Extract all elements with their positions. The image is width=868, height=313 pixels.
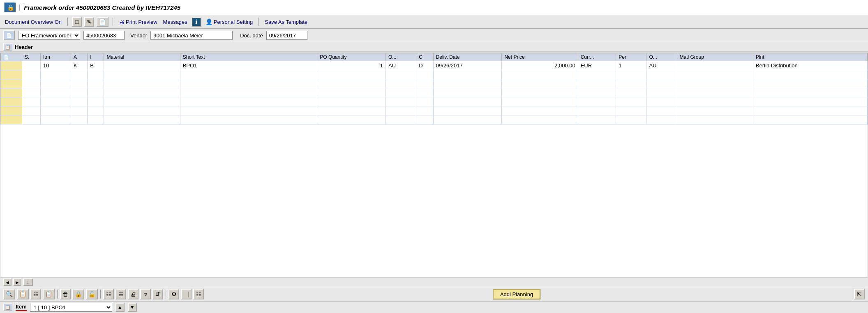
edit-btn[interactable]: ✎ <box>84 17 94 27</box>
toolbar-sep-3 <box>259 18 259 26</box>
table-row-empty <box>1 79 868 88</box>
col-plnt-header[interactable]: Plnt <box>753 53 867 61</box>
scroll-indicator: ↕ <box>23 278 33 286</box>
col-s-header[interactable]: S. <box>22 53 40 61</box>
col-matl-header[interactable]: Matl Group <box>677 53 753 61</box>
toolbar-sep-2 <box>113 18 113 26</box>
personal-setting-label: Personal Setting <box>214 19 253 25</box>
filter-btn[interactable]: ▿ <box>140 289 151 299</box>
cell-c: D <box>416 61 433 70</box>
items-table-container[interactable]: 📄 S. Itm A I Material Short Text PO Quan… <box>0 53 868 277</box>
col-po-qty-header[interactable]: PO Quantity <box>317 53 386 61</box>
list-icon: ☰ <box>118 291 124 297</box>
sort-icon: ⇵ <box>155 291 160 297</box>
expand-btn[interactable]: ⇱ <box>854 289 865 299</box>
col-a-header[interactable]: A <box>71 53 88 61</box>
col-net-price-header[interactable]: Net Price <box>502 53 578 61</box>
order-type-select[interactable]: FO Framework order <box>18 31 80 40</box>
unlock-btn[interactable]: 🔓 <box>86 289 98 299</box>
col-o2-header[interactable]: O... <box>646 53 677 61</box>
toolbar-sep-1 <box>67 18 68 26</box>
messages-btn[interactable]: Messages <box>162 18 189 26</box>
doc-date-input[interactable] <box>266 31 307 40</box>
delete-btn[interactable]: 🗑 <box>60 289 71 299</box>
search-btn[interactable]: 🔍 <box>3 289 15 299</box>
copy-btn[interactable]: 📋 <box>43 289 55 299</box>
navigate-icon: 📄 <box>99 19 106 25</box>
edit-icon: ✎ <box>87 19 92 25</box>
document-header-row: 📄 FO Framework order Vendor Doc. date <box>0 29 868 42</box>
col-short-text-header[interactable]: Short Text <box>180 53 317 61</box>
config-icon: ⚙ <box>171 291 177 297</box>
scroll-left-btn[interactable]: ◀ <box>3 278 12 286</box>
print-preview-btn[interactable]: 🖨 Print Preview <box>117 18 159 26</box>
copy-icon: 📋 <box>45 291 52 297</box>
print-btn-icon: 🖨 <box>130 291 136 297</box>
order-number-input[interactable] <box>83 31 125 40</box>
detail-icon: 📋 <box>19 291 26 297</box>
item-select[interactable]: 1 [ 10 ] BPO1 <box>30 303 112 312</box>
cell-itm: 10 <box>40 61 71 70</box>
navigate-btn[interactable]: 📄 <box>97 17 108 27</box>
filter-icon: ▿ <box>144 291 147 297</box>
header-section-label: Header <box>15 44 33 50</box>
cell-deliv: 09/26/2017 <box>433 61 502 70</box>
addl-planning-btn[interactable]: Addl Planning <box>493 289 540 299</box>
print-btn[interactable]: 🖨 <box>128 289 139 299</box>
save-as-template-btn[interactable]: Save As Template <box>263 18 309 26</box>
columns-btn[interactable]: ⎹ <box>181 289 192 299</box>
personal-setting-btn[interactable]: 👤 Personal Setting <box>204 18 254 26</box>
export-btn[interactable]: ☷ <box>193 289 204 299</box>
doc-type-glyph: 📄 <box>6 32 12 38</box>
header-toggle-icon[interactable]: 📋 <box>3 43 12 51</box>
col-deliv-header[interactable]: Deliv. Date <box>433 53 502 61</box>
detail-btn[interactable]: 📋 <box>17 289 29 299</box>
table-row[interactable]: 10 K B BPO1 1 AU D 09/26/2017 2,000.00 E… <box>1 61 868 70</box>
btn-sep-3 <box>166 290 166 299</box>
vendor-input[interactable] <box>150 31 233 40</box>
cell-curr: EUR <box>578 61 616 70</box>
lock-icon: 🔒 <box>75 291 82 297</box>
cell-i: B <box>88 61 104 70</box>
btn-sep-1 <box>57 290 58 299</box>
columns-icon: ⎹ <box>184 291 189 297</box>
col-curr-header[interactable]: Curr... <box>578 53 616 61</box>
item-section-icon[interactable]: 📋 <box>3 304 12 311</box>
unlock-icon: 🔓 <box>88 291 95 297</box>
item-nav-down-btn[interactable]: ▼ <box>128 303 137 312</box>
col-c-header[interactable]: C <box>416 53 433 61</box>
info-btn[interactable]: ℹ <box>192 17 201 27</box>
cell-matl <box>677 61 753 70</box>
item-icon-glyph: 📋 <box>5 305 11 310</box>
cell-plnt: Berlin Distribution <box>753 61 867 70</box>
col-o-header[interactable]: O... <box>386 53 416 61</box>
title-bar: | Framework order 4500020683 Created by … <box>0 0 868 15</box>
col-per-header[interactable]: Per <box>616 53 646 61</box>
delete-icon: 🗑 <box>62 291 68 297</box>
new-window-icon: □ <box>75 19 78 25</box>
new-window-btn[interactable]: □ <box>72 17 82 27</box>
messages-label: Messages <box>163 19 187 25</box>
sap-logo-icon <box>4 2 16 12</box>
scroll-glyph: ↕ <box>27 280 29 285</box>
expand-icon: ⇱ <box>857 291 862 297</box>
doc-overview-btn[interactable]: Document Overview On <box>3 18 63 26</box>
scroll-right-btn[interactable]: ▶ <box>13 278 21 286</box>
list-btn[interactable]: ☰ <box>115 289 126 299</box>
col-itm-header[interactable]: Itm <box>40 53 71 61</box>
lock-btn[interactable]: 🔒 <box>72 289 84 299</box>
col-i-header[interactable]: I <box>88 53 104 61</box>
toolbar: Document Overview On □ ✎ 📄 🖨 Print Previ… <box>0 15 868 29</box>
personal-setting-icon: 👤 <box>205 19 212 25</box>
col-material-header[interactable]: Material <box>104 53 180 61</box>
item-label: Item <box>16 304 27 311</box>
sort-btn[interactable]: ⇵ <box>152 289 163 299</box>
info-icon: ℹ <box>195 19 197 25</box>
grid-btn[interactable]: ☷ <box>103 289 114 299</box>
table-settings-btn[interactable]: ☷ <box>30 289 41 299</box>
config-btn[interactable]: ⚙ <box>169 289 179 299</box>
main-container: | Framework order 4500020683 Created by … <box>0 0 868 313</box>
search-icon: 🔍 <box>6 291 13 297</box>
btn-sep-2 <box>100 290 101 299</box>
item-nav-up-btn[interactable]: ▲ <box>115 303 125 312</box>
